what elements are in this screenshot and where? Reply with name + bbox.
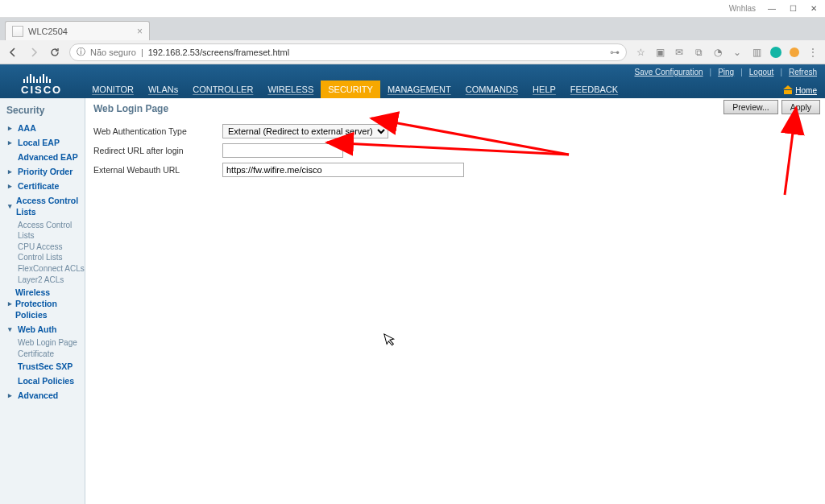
security-label: Não seguro — [90, 48, 136, 57]
sidebar-item-advanced-eap[interactable]: Advanced EAP — [0, 150, 85, 164]
nav-feedback[interactable]: FEEDBACK — [563, 81, 625, 98]
link-refresh[interactable]: Refresh — [789, 68, 817, 76]
input-external-url[interactable] — [222, 163, 464, 177]
label-external-url: External Webauth URL — [93, 165, 222, 175]
tab-title: WLC2504 — [28, 27, 68, 36]
forward-button[interactable] — [27, 46, 40, 59]
sidebar-item-certificate[interactable]: ▸Certificate — [0, 179, 85, 193]
nav-management[interactable]: MANAGEMENT — [380, 81, 458, 98]
top-nav: MONITOR WLANs CONTROLLER WIRELESS SECURI… — [85, 64, 625, 98]
row-redirect-url: Redirect URL after login — [93, 143, 817, 158]
nav-wlans[interactable]: WLANs — [141, 81, 185, 98]
mail-icon[interactable]: ✉ — [674, 47, 685, 58]
extension-icon[interactable]: ▣ — [654, 47, 665, 58]
clip-icon[interactable]: ◔ — [712, 47, 723, 58]
new-tab-button[interactable] — [153, 26, 169, 40]
label-redirect-url: Redirect URL after login — [93, 146, 222, 155]
home-link[interactable]: Home — [784, 86, 817, 95]
star-icon[interactable]: ☆ — [635, 47, 646, 58]
sidebar-item-trustsec[interactable]: TrustSec SXP — [0, 359, 85, 374]
app-header: CISCO MONITOR WLANs CONTROLLER WIRELESS … — [0, 64, 825, 98]
browser-toolbar-icons: ☆ ▣ ✉ ⧉ ◔ ⌄ ▥ ⋮ — [635, 47, 819, 58]
link-save-config[interactable]: Save Configuration — [634, 68, 703, 76]
sidebar-item-local-policies[interactable]: Local Policies — [0, 374, 85, 388]
row-auth-type: Web Authentication Type External (Redire… — [93, 124, 817, 138]
sidebar-item-advanced[interactable]: ▸Advanced — [0, 388, 85, 403]
sidebar: Security ▸AAA ▸Local EAP Advanced EAP ▸P… — [0, 98, 85, 504]
nav-wireless[interactable]: WIRELESS — [260, 81, 321, 98]
nav-controller[interactable]: CONTROLLER — [185, 81, 260, 98]
cisco-logo: CISCO — [0, 72, 62, 98]
content-area: Preview... Apply Web Login Page Web Auth… — [85, 98, 825, 504]
annotation-arrows — [85, 98, 825, 504]
sidebar-sub-web-login-page[interactable]: Web Login Page — [18, 337, 85, 348]
sidebar-sub-flexconnect-acl[interactable]: FlexConnect ACLs — [18, 262, 85, 274]
select-auth-type[interactable]: External (Redirect to external server) — [222, 124, 388, 138]
link-logout[interactable]: Logout — [749, 68, 774, 76]
browser-tabbar: WLC2504 × — [0, 18, 825, 40]
brand-text: CISCO — [21, 84, 62, 96]
page-favicon-icon — [12, 26, 23, 37]
page-title: Web Login Page — [93, 103, 817, 114]
header-right-links: Save Configuration| Ping| Logout| Refres… — [634, 68, 817, 76]
close-tab-icon[interactable]: × — [137, 26, 143, 37]
top-buttons: Preview... Apply — [723, 100, 820, 114]
pocket-icon[interactable]: ⌄ — [732, 47, 743, 58]
maximize-icon[interactable]: ☐ — [788, 4, 798, 14]
key-icon[interactable]: ⊶ — [610, 47, 620, 58]
home-icon — [784, 88, 792, 94]
window-user-label: Wnhlas — [729, 4, 756, 13]
reload-button[interactable] — [48, 46, 61, 59]
home-label: Home — [795, 86, 817, 95]
sidebar-title: Security — [0, 103, 85, 121]
label-auth-type: Web Authentication Type — [93, 126, 222, 136]
minimize-icon[interactable]: — — [767, 4, 777, 14]
info-icon: ⓘ — [77, 46, 85, 58]
browser-tab[interactable]: WLC2504 × — [5, 21, 150, 40]
sidebar-item-priority-order[interactable]: ▸Priority Order — [0, 164, 85, 179]
preview-button[interactable]: Preview... — [723, 100, 778, 114]
sidebar-sub-acl-lists[interactable]: Access Control Lists — [18, 219, 85, 241]
sidebar-sub-layer2-acl[interactable]: Layer2 ACLs — [18, 274, 85, 285]
row-external-url: External Webauth URL — [93, 163, 817, 177]
window-titlebar: Wnhlas — ☐ ✕ — [0, 0, 825, 18]
apply-button[interactable]: Apply — [781, 100, 820, 114]
cursor-icon — [383, 331, 399, 350]
shield-icon[interactable]: ▥ — [751, 47, 762, 58]
cisco-bars-icon — [23, 72, 51, 83]
back-button[interactable] — [6, 46, 19, 59]
browser-addressbar: ⓘ Não seguro | 192.168.2.53/screens/fram… — [0, 40, 825, 64]
close-window-icon[interactable]: ✕ — [809, 4, 819, 14]
sidebar-item-aaa[interactable]: ▸AAA — [0, 121, 85, 135]
main-wrap: Security ▸AAA ▸Local EAP Advanced EAP ▸P… — [0, 98, 825, 504]
nav-commands[interactable]: COMMANDS — [458, 81, 525, 98]
url-text: 192.168.2.53/screens/frameset.html — [148, 48, 289, 57]
extension-dot-icon[interactable] — [790, 48, 799, 57]
nav-help[interactable]: HELP — [525, 81, 563, 98]
sidebar-sub-acl: Access Control Lists CPU Access Control … — [0, 219, 85, 285]
sidebar-item-acl[interactable]: ▾Access Control Lists — [0, 193, 85, 219]
cast-icon[interactable]: ⧉ — [693, 47, 704, 58]
profile-avatar-icon[interactable] — [770, 47, 781, 58]
sidebar-sub-webauth: Web Login Page Certificate — [0, 337, 85, 359]
sidebar-item-wireless-protection[interactable]: ▸Wireless Protection Policies — [0, 285, 85, 322]
nav-monitor[interactable]: MONITOR — [85, 81, 141, 98]
menu-icon[interactable]: ⋮ — [807, 47, 819, 58]
url-input[interactable]: ⓘ Não seguro | 192.168.2.53/screens/fram… — [69, 43, 627, 61]
nav-security[interactable]: SECURITY — [321, 81, 380, 98]
sidebar-item-web-auth[interactable]: ▾Web Auth — [0, 322, 85, 337]
sidebar-item-local-eap[interactable]: ▸Local EAP — [0, 135, 85, 150]
link-ping[interactable]: Ping — [718, 68, 734, 76]
sidebar-sub-webauth-cert[interactable]: Certificate — [18, 348, 85, 359]
input-redirect-url[interactable] — [222, 143, 343, 158]
sidebar-sub-cpu-acl[interactable]: CPU Access Control Lists — [18, 241, 85, 262]
